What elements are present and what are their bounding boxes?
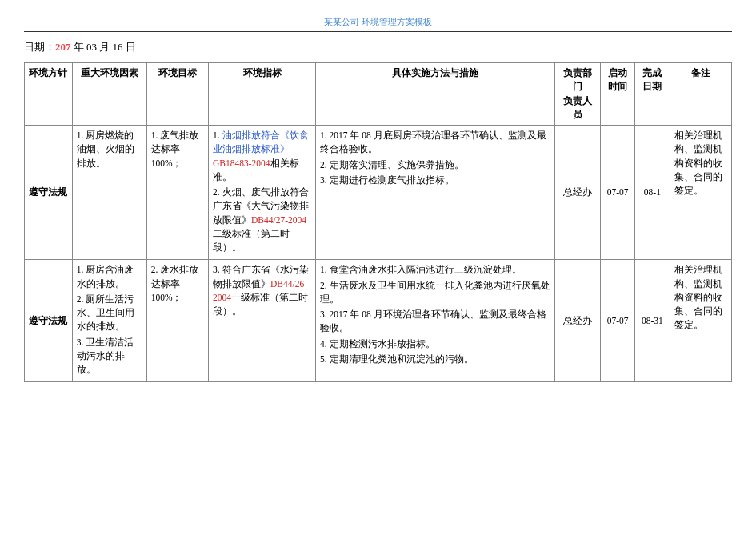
date-rest: 年 03 月 16 日 xyxy=(71,41,136,53)
policy-cell-2: 遵守法规 xyxy=(25,260,73,382)
header-bar: 某某公司 环境管理方案模板 xyxy=(24,16,732,32)
start-cell-2: 07-07 xyxy=(600,260,634,382)
end-cell-2: 08-31 xyxy=(635,260,670,382)
date-line: 日期：207 年 03 月 16 日 xyxy=(24,40,732,54)
method-cell-2: 食堂含油废水排入隔油池进行三级沉淀处理。 生活废水及卫生间用水统一排入化粪池内进… xyxy=(316,260,555,382)
table-row: 遵守法规厨房燃烧的油烟、火烟的排放。废气排放达标率100%； 油烟排放符合《饮食… xyxy=(25,126,732,260)
method-cell-1: 2017 年 08 月底厨房环境治理各环节确认、监测及最终合格验收。 定期落实清… xyxy=(316,126,555,260)
indicator-cell-1: 油烟排放符合《饮食业油烟排放标准》GB18483-2004相关标准。 火烟、废气… xyxy=(209,126,316,260)
indicator-cell-2: 符合广东省《水污染物排放限值》DB44/26-2004一级标准（第二时段）。 xyxy=(209,260,316,382)
factor-cell-1: 厨房燃烧的油烟、火烟的排放。 xyxy=(72,126,146,260)
end-cell-1: 08-1 xyxy=(635,126,670,260)
th-start: 启动 时间 xyxy=(600,63,634,126)
date-label: 日期： xyxy=(24,41,55,53)
th-dept: 负责部门 负责人员 xyxy=(555,63,601,126)
dept-cell-1: 总经办 xyxy=(555,126,601,260)
th-goal: 环境目标 xyxy=(146,63,208,126)
table-row: 遵守法规 厨房含油废水的排放。 厕所生活污水、卫生间用水的排放。 卫生清洁活动污… xyxy=(25,260,732,382)
th-end: 完成 日期 xyxy=(635,63,670,126)
th-policy: 环境方针 xyxy=(25,63,73,126)
remark-cell-1: 相关治理机构、监测机构资料的收集、合同的签定。 xyxy=(670,126,731,260)
goal-cell-1: 废气排放达标率100%； xyxy=(146,126,208,260)
th-remark: 备注 xyxy=(670,63,731,126)
remark-cell-2: 相关治理机构、监测机构资料的收集、合同的签定。 xyxy=(670,260,731,382)
th-factor: 重大环境因素 xyxy=(72,63,146,126)
dept-cell-2: 总经办 xyxy=(555,260,601,382)
start-cell-1: 07-07 xyxy=(600,126,634,260)
th-method: 具体实施方法与措施 xyxy=(316,63,555,126)
policy-cell-1: 遵守法规 xyxy=(25,126,73,260)
th-indicator: 环境指标 xyxy=(209,63,316,126)
goal-cell-2: 废水排放达标率100%； xyxy=(146,260,208,382)
header-title: 某某公司 环境管理方案模板 xyxy=(24,16,732,28)
date-year: 207 xyxy=(55,41,71,53)
factor-cell-2: 厨房含油废水的排放。 厕所生活污水、卫生间用水的排放。 卫生清洁活动污水的排放。 xyxy=(72,260,146,382)
main-table: 环境方针 重大环境因素 环境目标 环境指标 具体实施方法与措施 负责部门 负责人… xyxy=(24,62,732,382)
table-header-row: 环境方针 重大环境因素 环境目标 环境指标 具体实施方法与措施 负责部门 负责人… xyxy=(25,63,732,126)
